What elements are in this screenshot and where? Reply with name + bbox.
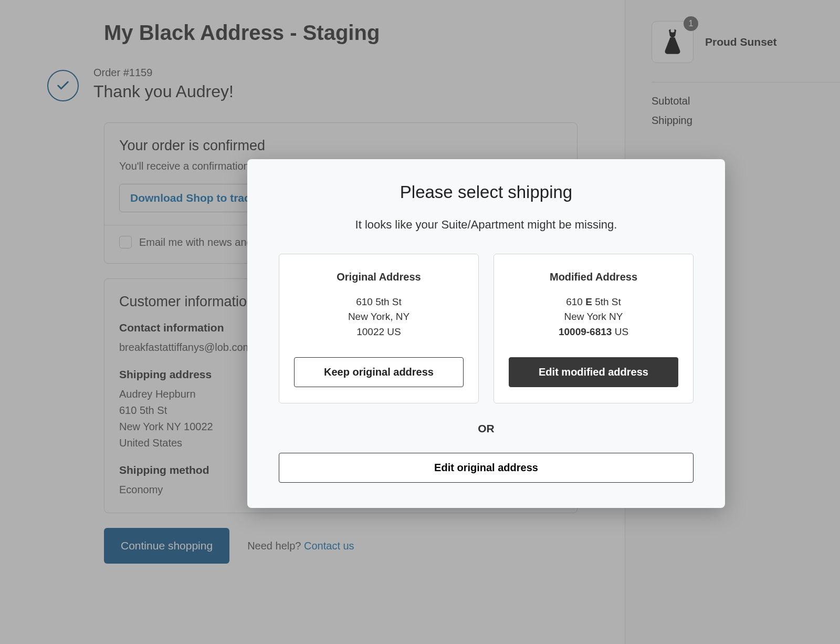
modified-address-heading: Modified Address <box>509 271 678 283</box>
modal-title: Please select shipping <box>279 182 694 202</box>
modal-overlay[interactable]: Please select shipping It looks like you… <box>0 0 840 644</box>
keep-original-address-button[interactable]: Keep original address <box>294 357 464 387</box>
original-address-heading: Original Address <box>294 271 464 283</box>
orig-line2: New York, NY <box>294 309 464 325</box>
mod-line2: New York NY <box>509 309 678 325</box>
orig-line1: 610 5th St <box>294 295 464 310</box>
original-address-card: Original Address 610 5th St New York, NY… <box>279 254 479 404</box>
edit-modified-address-button[interactable]: Edit modified address <box>509 357 678 387</box>
modified-address-card: Modified Address 610 E 5th St New York N… <box>494 254 694 404</box>
orig-line3: 10022 US <box>294 325 464 340</box>
modal-subtitle: It looks like your Suite/Apartment might… <box>279 218 694 232</box>
or-separator: OR <box>279 422 694 435</box>
shipping-select-modal: Please select shipping It looks like you… <box>247 159 725 508</box>
mod-line3: 10009-6813 US <box>509 325 678 340</box>
mod-line1: 610 E 5th St <box>509 295 678 310</box>
edit-original-address-button[interactable]: Edit original address <box>279 453 694 483</box>
